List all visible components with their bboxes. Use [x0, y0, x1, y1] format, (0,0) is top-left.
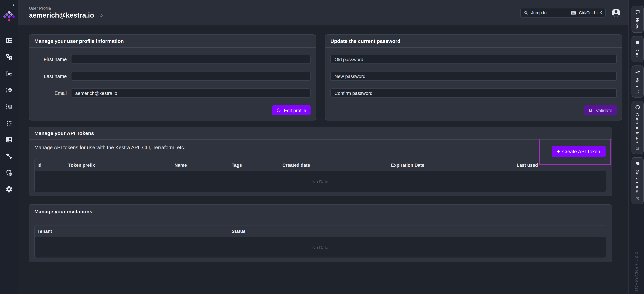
main-column: User Profile aemerich@kestra.io ☆ Jump t… [18, 0, 628, 294]
sidebar-item-settings[interactable] [4, 186, 14, 193]
ballot-icon [5, 136, 13, 143]
sidebar-item-executions[interactable] [4, 70, 14, 77]
sidebar-item-flows[interactable] [4, 53, 14, 61]
sidebar-item-logs[interactable] [4, 86, 14, 94]
list-plus-icon [5, 70, 13, 77]
message-icon [635, 10, 640, 15]
col-last-used: Last used [514, 163, 606, 168]
star-icon[interactable]: ☆ [99, 12, 103, 19]
profile-card: Manage your user profile information Fir… [29, 35, 316, 121]
external-link-icon [635, 196, 640, 201]
clock-eye-icon [5, 86, 13, 94]
github-icon [635, 105, 640, 110]
timeline-text-icon [5, 103, 13, 110]
kestra-app: › [0, 0, 644, 294]
col-expiration-date: Expiration Date [388, 163, 514, 168]
last-name-label: Last name [34, 73, 67, 79]
edit-profile-button[interactable]: Edit profile [272, 105, 310, 115]
save-icon [588, 108, 593, 113]
jump-to-search[interactable]: Jump to... Ctrl/Cmd + K [520, 8, 606, 17]
dots-square-icon [5, 120, 13, 127]
sidebar-item-dashboard[interactable] [4, 37, 14, 44]
shield-account-icon [5, 169, 13, 177]
api-tokens-table: Id Token prefix Name Tags Created date E… [34, 159, 606, 192]
col-name: Name [172, 163, 229, 168]
kestra-logo-icon[interactable] [3, 11, 15, 22]
password-card: Update the current password Validate [325, 35, 622, 121]
edit-profile-label: Edit profile [284, 108, 306, 113]
no-data-label: No Data [312, 179, 328, 184]
col-token-prefix: Token prefix [66, 163, 172, 168]
keyboard-icon [570, 10, 576, 15]
rail-tab-label: News [635, 18, 640, 29]
api-tokens-empty-row: No Data [35, 171, 606, 192]
sidebar-item-plugins[interactable] [4, 153, 14, 160]
invitations-table-header: Tenant Status [35, 225, 606, 237]
account-edit-icon [276, 108, 282, 113]
sidebar-item-administration[interactable] [4, 169, 14, 177]
rail-tab-open-an-issue[interactable]: Open an Issue [631, 101, 644, 154]
topbar: User Profile aemerich@kestra.io ☆ Jump t… [18, 0, 628, 25]
api-tokens-table-header: Id Token prefix Name Tags Created date E… [35, 159, 606, 171]
api-tokens-description: Manage API tokens for use with the Kestr… [29, 140, 612, 150]
old-password-input[interactable] [330, 55, 617, 64]
plug-icon [5, 153, 13, 160]
rail-tab-label: Open an Issue [635, 113, 640, 143]
validate-label: Validate [596, 108, 612, 113]
last-name-input[interactable] [71, 72, 310, 81]
right-rail: News Docs Help Open an Issue Get a demo [628, 0, 644, 294]
api-tokens-card: Manage your API Tokens Manage API tokens… [29, 127, 612, 196]
rail-tab-help[interactable]: Help [631, 65, 644, 98]
create-api-token-label: Create API Token [562, 149, 600, 154]
search-icon [524, 10, 528, 15]
breadcrumb: User Profile [29, 6, 103, 11]
rail-tab-label: Get a demo [635, 169, 640, 193]
api-tokens-title: Manage your API Tokens [29, 127, 612, 140]
avatar[interactable] [611, 8, 621, 18]
rail-tab-news[interactable]: News [631, 6, 644, 33]
dashboard-icon [5, 37, 13, 44]
rail-tab-label: Help [635, 78, 640, 87]
invitations-card: Manage your invitations Tenant Status No… [29, 204, 612, 262]
content: Manage your user profile information Fir… [18, 25, 628, 294]
rail-tab-get-a-demo[interactable]: Get a demo [631, 157, 644, 204]
sitemap-icon [5, 53, 13, 61]
page-title: aemerich@kestra.io [29, 12, 94, 19]
left-sidebar: › [0, 0, 18, 294]
first-name-label: First name [34, 57, 67, 62]
sidebar-nav [4, 37, 14, 193]
sidebar-item-blueprints[interactable] [4, 136, 14, 143]
profile-card-title: Manage your user profile information [29, 35, 316, 48]
email-label: Email [34, 90, 67, 96]
jump-to-label: Jump to... [531, 10, 550, 15]
invitations-empty-row: No Data [35, 237, 606, 257]
sidebar-item-namespaces[interactable] [4, 120, 14, 127]
col-tags: Tags [229, 163, 280, 168]
new-password-input[interactable] [330, 72, 617, 81]
shortcut-label: Ctrl/Cmd + K [579, 10, 602, 15]
first-name-input[interactable] [71, 55, 310, 64]
col-created-date: Created date [280, 163, 388, 168]
invitations-table: Tenant Status No Data [34, 225, 606, 258]
create-api-token-button[interactable]: + Create API Token [552, 146, 606, 157]
plus-icon: + [557, 149, 560, 154]
external-link-icon [635, 146, 640, 151]
version-label: 0.22.0-SNAPSHOT [634, 252, 639, 292]
invitations-title: Manage your invitations [29, 205, 612, 218]
slack-icon [635, 69, 640, 74]
page-heading: User Profile aemerich@kestra.io ☆ [29, 6, 103, 19]
password-card-title: Update the current password [325, 35, 622, 48]
sidebar-item-revisions[interactable] [4, 103, 14, 110]
book-icon [635, 40, 640, 45]
col-tenant: Tenant [35, 229, 229, 234]
monitor-icon [635, 161, 640, 166]
email-input[interactable] [71, 88, 310, 98]
no-data-label: No Data [312, 245, 328, 250]
sidebar-expand-chevron-icon[interactable]: › [13, 2, 14, 7]
validate-button[interactable]: Validate [584, 105, 617, 115]
col-id: Id [35, 163, 66, 168]
gear-icon [5, 186, 13, 193]
rail-tab-docs[interactable]: Docs [631, 36, 644, 62]
confirm-password-input[interactable] [330, 88, 617, 98]
rail-tab-label: Docs [635, 48, 640, 59]
